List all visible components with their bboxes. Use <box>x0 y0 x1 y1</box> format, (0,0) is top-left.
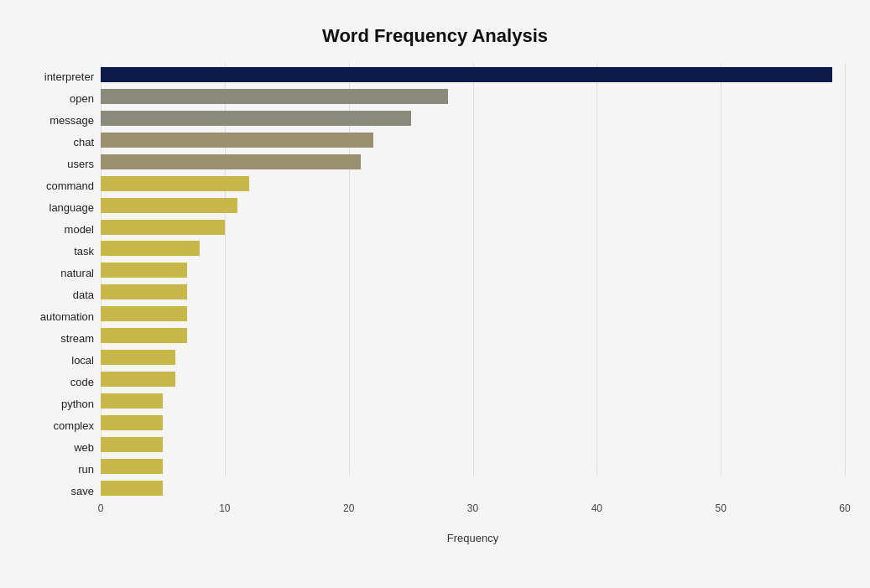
bar <box>101 437 163 452</box>
y-label: python <box>25 398 94 409</box>
bar-row <box>101 435 845 454</box>
bar-row <box>101 348 845 367</box>
y-labels: interpreteropenmessagechatuserscommandla… <box>25 64 101 526</box>
y-label: code <box>25 377 94 388</box>
y-label: local <box>25 355 94 366</box>
bar-row <box>101 457 845 476</box>
x-tick: 0 <box>98 502 104 514</box>
bar <box>101 350 175 365</box>
x-tick: 60 <box>839 502 850 514</box>
bar <box>101 284 187 299</box>
bar <box>101 89 448 104</box>
y-label: data <box>25 289 94 300</box>
y-label: web <box>25 442 94 453</box>
y-label: automation <box>25 311 94 322</box>
bar <box>101 481 163 496</box>
bar-row <box>101 109 845 127</box>
y-label: users <box>25 159 94 169</box>
x-tick: 40 <box>591 502 602 514</box>
bar-row <box>101 261 845 279</box>
bar <box>101 154 361 169</box>
bar <box>101 393 163 408</box>
x-tick: 50 <box>715 502 726 514</box>
bar-row <box>101 153 845 171</box>
bar <box>101 263 187 278</box>
bar <box>101 241 200 256</box>
y-label: open <box>25 93 94 104</box>
grid-line <box>845 64 846 476</box>
chart-container: Word Frequency Analysis interpreteropenm… <box>0 0 870 588</box>
y-label: command <box>25 180 94 191</box>
x-tick: 10 <box>219 502 230 514</box>
bar-row <box>101 304 845 323</box>
x-tick: 20 <box>343 502 354 514</box>
x-axis: 0102030405060 Frequency <box>101 502 845 526</box>
y-label: complex <box>25 420 94 431</box>
bar <box>101 176 249 191</box>
bar-row <box>101 174 845 193</box>
bar <box>101 306 187 321</box>
bar <box>101 198 237 213</box>
y-label: chat <box>25 137 94 148</box>
bar <box>101 415 163 430</box>
bar-row <box>101 479 845 497</box>
bar-row <box>101 196 845 215</box>
chart-area: interpreteropenmessagechatuserscommandla… <box>25 64 845 526</box>
bar-row <box>101 414 845 432</box>
bars-and-grid <box>101 64 845 499</box>
bar <box>101 67 832 82</box>
bar-row <box>101 392 845 410</box>
bar <box>101 133 373 148</box>
bar-row <box>101 326 845 345</box>
bar-row <box>101 283 845 301</box>
bar-row <box>101 239 845 258</box>
y-label: interpreter <box>25 71 94 82</box>
x-axis-label: Frequency <box>101 532 845 544</box>
y-label: model <box>25 224 94 235</box>
bar <box>101 459 163 474</box>
plot-area: 0102030405060 Frequency <box>101 64 845 526</box>
bar <box>101 111 411 126</box>
bar-row <box>101 87 845 106</box>
chart-title: Word Frequency Analysis <box>25 17 845 47</box>
x-tick: 30 <box>467 502 478 514</box>
bar <box>101 372 175 387</box>
bar-row <box>101 131 845 149</box>
y-label: message <box>25 115 94 126</box>
bar <box>101 220 225 235</box>
bar-row <box>101 65 845 84</box>
bar-row <box>101 370 845 388</box>
y-label: language <box>25 202 94 213</box>
y-label: natural <box>25 268 94 278</box>
y-label: save <box>25 486 94 497</box>
y-label: task <box>25 246 94 257</box>
bar <box>101 328 187 343</box>
y-label: stream <box>25 333 94 344</box>
bar-row <box>101 218 845 237</box>
y-label: run <box>25 464 94 475</box>
